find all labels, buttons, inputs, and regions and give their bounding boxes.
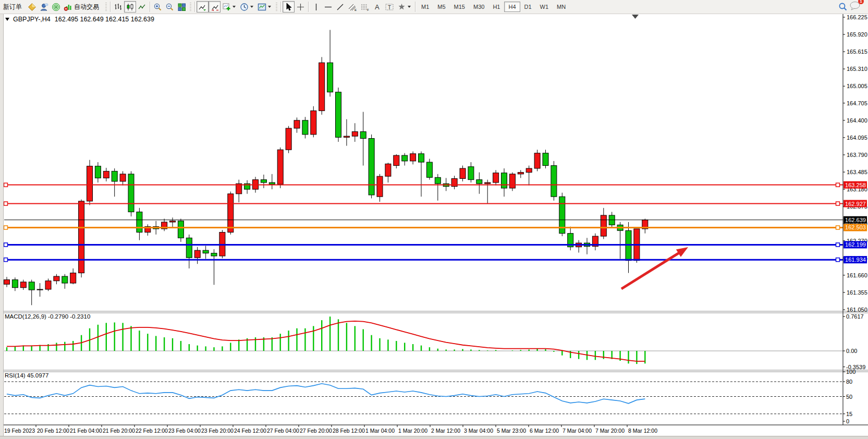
arrow-head[interactable] [676, 247, 688, 257]
timeframe-m15[interactable]: M15 [450, 2, 469, 12]
time-tick-label: 23 Feb 20:00 [201, 428, 234, 434]
line-chart-button[interactable] [136, 1, 148, 13]
candle-bullish [70, 273, 76, 284]
auto-scroll-button[interactable] [197, 1, 209, 13]
ohlc-values: 162.495 162.649 162.415 162.639 [55, 16, 154, 23]
chart-plot-area[interactable]: 166.225165.920165.615165.310165.005164.7… [0, 0, 868, 439]
toolbar-grip [190, 3, 191, 11]
cursor-button[interactable] [283, 1, 295, 13]
autotrading-button[interactable]: 自动交易 [62, 1, 103, 13]
candle-bearish [178, 221, 184, 238]
indicators-dropdown-caret[interactable] [233, 6, 236, 8]
periods-dropdown-caret[interactable] [250, 6, 253, 8]
zoom-out-button[interactable] [164, 1, 176, 13]
indicators-button[interactable] [221, 1, 238, 13]
rsi-axis-label: 80 [846, 379, 852, 385]
hline-handle[interactable] [836, 258, 840, 262]
time-tick-label: 24 Feb 12:00 [234, 428, 266, 434]
hline-handle[interactable] [836, 202, 840, 205]
fibonacci-tool[interactable]: F [359, 1, 371, 13]
bar-chart-button[interactable] [112, 1, 124, 13]
cursor-arrow-icon [285, 3, 292, 11]
arrows-tool[interactable] [396, 1, 413, 13]
hline-handle[interactable] [4, 258, 8, 262]
candle-bullish [385, 164, 391, 176]
timeframe-m30[interactable]: M30 [469, 2, 488, 12]
candle-bullish [170, 221, 176, 222]
new-order-button[interactable]: 新订单 [0, 1, 26, 13]
timeframe-h4[interactable]: H4 [504, 2, 520, 12]
horizontal-line-tool[interactable] [322, 1, 334, 13]
accounts-button[interactable] [38, 1, 50, 13]
candle-bullish [344, 136, 349, 137]
chart-shift-button[interactable] [209, 1, 221, 13]
timeframe-m5[interactable]: M5 [433, 2, 449, 12]
hline-handle[interactable] [4, 202, 8, 205]
bar-chart-icon [114, 3, 123, 11]
text-tool[interactable]: A [371, 1, 383, 13]
price-tick-label: 161.050 [847, 307, 867, 313]
price-tick-label: 163.790 [847, 152, 867, 158]
autotrading-label: 自动交易 [74, 3, 99, 11]
templates-button[interactable] [256, 1, 274, 13]
autotrading-icon [64, 3, 72, 11]
hline-handle[interactable] [4, 226, 8, 229]
text-label-tool[interactable]: T [383, 1, 396, 13]
zoom-in-button[interactable] [152, 1, 164, 13]
candle-bearish [29, 282, 34, 290]
timeframe-d1[interactable]: D1 [520, 2, 536, 12]
candle-bullish [352, 132, 358, 137]
search-button[interactable] [837, 1, 849, 13]
candle-bullish [601, 215, 606, 236]
periods-button[interactable] [238, 1, 256, 13]
signals-button[interactable] [50, 1, 62, 13]
hline-handle[interactable] [836, 226, 840, 229]
candle-bullish [311, 111, 316, 135]
candlestick-chart-button[interactable] [124, 1, 136, 13]
channel-tool[interactable]: E [346, 1, 359, 13]
vertical-line-tool[interactable] [310, 1, 322, 13]
timeframe-w1[interactable]: W1 [536, 2, 553, 12]
trendline-tool[interactable] [334, 1, 346, 13]
templates-dropdown-caret[interactable] [268, 6, 271, 8]
chart-shift-marker-icon[interactable] [632, 15, 639, 19]
arrows-dropdown-caret[interactable] [408, 6, 411, 8]
user-icon [40, 3, 48, 11]
equidistant-channel-icon: E [348, 3, 357, 11]
notification-badge: 1 [858, 0, 864, 4]
collapse-triangle-icon[interactable] [5, 18, 9, 21]
crosshair-button[interactable] [295, 1, 307, 13]
hline-handle[interactable] [836, 183, 840, 187]
candle-bearish [203, 250, 209, 253]
price-tag-value: 162.199 [845, 241, 866, 248]
timeframe-mn[interactable]: MN [553, 2, 570, 12]
time-tick-label: 27 Feb 04:00 [267, 428, 299, 434]
price-tag-value: 162.927 [845, 201, 866, 207]
hline-handle[interactable] [4, 243, 8, 247]
candle-bearish [112, 171, 117, 181]
candle-bullish [45, 281, 51, 289]
tile-windows-button[interactable] [176, 1, 188, 13]
crosshair-icon [296, 3, 305, 11]
hline-handle[interactable] [4, 183, 8, 187]
price-tick-label: 161.355 [847, 289, 867, 296]
price-tick-label: 165.310 [847, 66, 867, 72]
candles-layer [4, 30, 648, 305]
candle-bearish [269, 182, 275, 184]
candle-bearish [186, 238, 192, 258]
market-watch-button[interactable] [26, 1, 38, 13]
time-tick-label: 7 Mar 20:00 [595, 428, 625, 434]
search-icon [838, 2, 848, 11]
chat-button[interactable]: 1 [849, 1, 861, 13]
add-indicator-icon [222, 3, 231, 11]
toolbar-separator [110, 2, 111, 12]
vertical-line-icon [312, 3, 320, 11]
hline-handle[interactable] [836, 243, 840, 247]
price-tag-value: 162.639 [845, 217, 866, 223]
timeframe-h1[interactable]: H1 [488, 2, 504, 12]
macd-axis-label: 0.7617 [846, 313, 864, 320]
candle-bullish [485, 182, 491, 184]
price-tag-162.927: 162.927 [843, 200, 867, 208]
timeframe-m1[interactable]: M1 [417, 2, 433, 12]
rsi-axis-label: 15 [846, 411, 852, 417]
